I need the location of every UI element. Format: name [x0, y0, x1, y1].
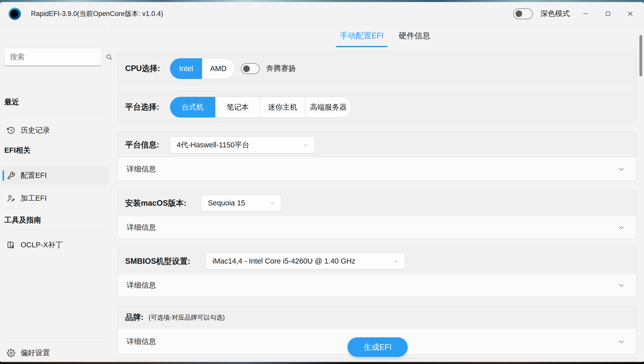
smbios-dropdown[interactable]: iMac14,4 - Intel Core i5-4260U @ 1.40 GH… — [206, 253, 405, 270]
smbios-label: SMBIOS机型设置: — [125, 256, 190, 267]
cpu-label: CPU选择: — [125, 63, 160, 74]
details-label: 详细信息 — [127, 337, 156, 347]
sidebar-item-process-efi[interactable]: 加工EFI — [1, 189, 109, 207]
app-window: RapidEFI-3.9.0(当前OpenCore版本: v1.0.4) 深色模… — [0, 2, 644, 362]
smbios-card: SMBIOS机型设置: iMac14,4 - Intel Core i5-426… — [118, 248, 636, 297]
selected-indicator — [3, 170, 4, 181]
dropdown-value: 4代-Haswell-1150平台 — [177, 140, 249, 150]
dark-mode-label: 深色模式 — [540, 9, 570, 19]
platform-info-details-expander[interactable]: 详细信息 — [118, 157, 636, 181]
details-label: 详细信息 — [127, 222, 156, 233]
chevron-down-icon — [618, 166, 625, 173]
search-box[interactable] — [4, 48, 102, 66]
platform-label: 平台选择: — [125, 102, 159, 112]
divider — [4, 342, 107, 343]
toggle-knob-icon — [243, 65, 250, 72]
smbios-details-expander[interactable]: 详细信息 — [118, 274, 636, 297]
cpu-card: CPU选择: Intel AMD 奔腾赛扬 — [118, 51, 636, 86]
efi-header: EFI相关 — [4, 145, 30, 155]
platform-card: 平台选择: 台式机 笔记本 迷你主机 高端服务器 — [118, 91, 636, 123]
details-label: 详细信息 — [127, 164, 156, 174]
user-wrench-icon — [1, 194, 21, 203]
brand-hint: (可选项-对应品牌可以勾选) — [148, 313, 225, 322]
platform-info-dropdown[interactable]: 4代-Haswell-1150平台 — [170, 136, 315, 153]
macos-version-dropdown[interactable]: Sequoia 15 — [201, 195, 281, 212]
desktop: { "window": { "title": "RapidEFI-3.9.0(当… — [0, 0, 644, 364]
window-title: RapidEFI-3.9.0(当前OpenCore版本: v1.0.4) — [31, 2, 163, 25]
macos-version-label: 安装macOS版本: — [125, 198, 186, 209]
gear-icon — [1, 349, 21, 357]
tab-manual-config-efi[interactable]: 手动配置EFI — [340, 30, 384, 47]
sidebar-item-label: 历史记录 — [21, 125, 50, 135]
maximize-button[interactable] — [601, 7, 615, 20]
macos-details-expander[interactable]: 详细信息 — [118, 216, 636, 239]
dropdown-value: Sequoia 15 — [208, 199, 245, 207]
wrench-icon — [1, 171, 21, 180]
brand-label: 品牌: — [125, 312, 143, 323]
chevron-down-icon — [618, 282, 625, 289]
cpu-option-intel[interactable]: Intel — [170, 58, 202, 79]
dark-mode-toggle[interactable] — [513, 8, 533, 19]
close-icon — [627, 10, 634, 17]
generate-efi-button[interactable]: 生成EFI — [348, 337, 408, 357]
chevron-down-icon — [269, 200, 275, 206]
sidebar-item-label: 加工EFI — [21, 193, 47, 203]
chevron-down-icon — [303, 142, 309, 148]
close-button[interactable] — [624, 7, 637, 20]
platform-info-card: 平台信息: 4代-Haswell-1150平台 详细信息 — [118, 132, 636, 181]
history-icon — [1, 126, 21, 135]
app-logo-icon — [9, 8, 21, 20]
cpu-option-amd[interactable]: AMD — [202, 58, 235, 79]
pentium-celeron-label: 奔腾赛扬 — [266, 51, 296, 85]
sidebar-item-history[interactable]: 历史记录 — [1, 121, 109, 140]
platform-info-label: 平台信息: — [125, 140, 159, 150]
chevron-down-icon — [393, 258, 399, 264]
search-icon — [106, 54, 113, 61]
macos-version-card: 安装macOS版本: Sequoia 15 详细信息 — [118, 189, 636, 239]
pentium-celeron-toggle[interactable] — [241, 63, 260, 74]
cpu-segmented-control: Intel AMD — [170, 58, 235, 79]
tab-hardware-info[interactable]: 硬件信息 — [399, 30, 430, 47]
divider — [4, 230, 107, 230]
recent-header: 最近 — [4, 97, 19, 107]
tab-bar: 手动配置EFI 硬件信息 — [119, 30, 644, 47]
square-icon — [605, 10, 611, 17]
partial-card — [118, 358, 636, 362]
sidebar-item-preferences[interactable]: 偏好设置 — [1, 345, 109, 361]
platform-option-mini[interactable]: 迷你主机 — [260, 97, 305, 117]
sidebar-item-label: OCLP-X补丁 — [21, 240, 63, 250]
minus-icon — [582, 10, 589, 17]
dropdown-value: iMac14,4 - Intel Core i5-4260U @ 1.40 GH… — [212, 257, 355, 265]
sidebar-item-label: 配置EFI — [21, 170, 47, 181]
divider — [4, 113, 107, 113]
platform-option-laptop[interactable]: 笔记本 — [215, 97, 260, 117]
title-bar: RapidEFI-3.9.0(当前OpenCore版本: v1.0.4) 深色模… — [0, 2, 644, 25]
details-label: 详细信息 — [127, 280, 156, 290]
chevron-down-icon — [618, 338, 625, 345]
platform-option-desktop[interactable]: 台式机 — [170, 97, 215, 117]
chevron-down-icon — [618, 224, 625, 231]
toggle-knob-icon — [516, 10, 522, 17]
sidebar: 最近 历史记录 EFI相关 配置EFI 加工EFI 工具及指南 — [0, 25, 111, 362]
book-user-icon — [1, 241, 21, 249]
sidebar-item-label: 偏好设置 — [21, 348, 50, 358]
minimize-button[interactable] — [579, 7, 592, 20]
platform-segmented-control: 台式机 笔记本 迷你主机 高端服务器 — [170, 97, 352, 118]
sidebar-item-oclp-patch[interactable]: OCLP-X补丁 — [1, 236, 109, 254]
platform-option-server[interactable]: 高端服务器 — [305, 97, 351, 117]
search-input[interactable] — [10, 53, 106, 61]
scrollbar-thumb[interactable] — [639, 35, 642, 76]
divider — [4, 160, 107, 160]
sidebar-item-config-efi[interactable]: 配置EFI — [1, 166, 109, 185]
tools-header: 工具及指南 — [4, 215, 41, 225]
